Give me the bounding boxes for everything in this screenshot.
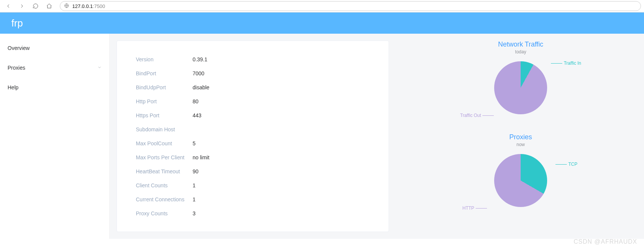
app-header: frp — [0, 12, 644, 34]
site-info-icon[interactable] — [64, 3, 69, 9]
overview-label: Subdomain Host — [136, 126, 193, 132]
overview-row: Client Counts1 — [136, 178, 370, 192]
address-bar[interactable]: 127.0.0.1:7500 — [60, 1, 641, 11]
overview-value: 90 — [193, 168, 199, 174]
overview-row: HeartBeat Timeout90 — [136, 164, 370, 178]
overview-value: 1 — [193, 196, 196, 202]
chart-title: Proxies — [460, 133, 581, 141]
overview-label: HeartBeat Timeout — [136, 168, 193, 174]
overview-label: Version — [136, 56, 193, 62]
overview-row: Http Port80 — [136, 94, 370, 108]
pie-label-traffic-out: Traffic Out — [460, 113, 494, 118]
home-button[interactable] — [44, 1, 54, 11]
overview-label: BindUdpPort — [136, 84, 193, 90]
chart-title: Network Traffic — [460, 40, 581, 48]
overview-row: Version0.39.1 — [136, 52, 370, 66]
overview-value: 443 — [193, 112, 201, 118]
pie-label-traffic-in: Traffic In — [551, 61, 581, 66]
overview-label: Max Ports Per Client — [136, 154, 193, 160]
overview-row: BindPort7000 — [136, 66, 370, 80]
forward-button[interactable] — [17, 1, 27, 11]
sidebar-item-overview[interactable]: Overview — [0, 38, 109, 58]
overview-label: Proxy Counts — [136, 210, 193, 216]
sidebar-item-label: Overview — [8, 45, 30, 51]
sidebar-item-help[interactable]: Help — [0, 78, 109, 97]
chart-proxies: Proxies now TCP HTTP — [460, 133, 581, 215]
reload-button[interactable] — [30, 1, 41, 11]
pie-traffic — [494, 61, 547, 114]
overview-row: Max PoolCount5 — [136, 136, 370, 150]
pie-proxies — [494, 154, 547, 207]
overview-value: 1 — [193, 182, 196, 188]
url-text: 127.0.0.1:7500 — [72, 3, 105, 9]
sidebar-item-label: Help — [8, 84, 19, 90]
overview-row: Subdomain Host — [136, 122, 370, 136]
overview-card: Version0.39.1BindPort7000BindUdpPortdisa… — [117, 40, 389, 232]
chart-subtitle: today — [460, 49, 581, 54]
overview-value: no limit — [193, 154, 209, 160]
overview-label: Max PoolCount — [136, 140, 193, 146]
browser-toolbar: 127.0.0.1:7500 — [0, 0, 644, 12]
overview-value: 5 — [193, 140, 196, 146]
app-title: frp — [11, 17, 23, 29]
sidebar-item-label: Proxies — [8, 65, 25, 71]
overview-row: Current Connections1 — [136, 192, 370, 206]
overview-label: Client Counts — [136, 182, 193, 188]
overview-value: 7000 — [193, 70, 204, 76]
overview-label: Current Connections — [136, 196, 193, 202]
chart-network-traffic: Network Traffic today Traffic In Traffic… — [460, 40, 581, 122]
overview-value: 3 — [193, 210, 196, 216]
chart-subtitle: now — [460, 142, 581, 147]
overview-value: disable — [193, 84, 209, 90]
overview-row: BindUdpPortdisable — [136, 80, 370, 94]
watermark: CSDN @AFRHAUDX — [574, 238, 637, 245]
overview-row: Max Ports Per Clientno limit — [136, 150, 370, 164]
overview-label: Http Port — [136, 98, 193, 104]
overview-row: Proxy Counts3 — [136, 206, 370, 220]
chevron-down-icon — [97, 65, 102, 71]
overview-row: Https Port443 — [136, 108, 370, 122]
overview-label: Https Port — [136, 112, 193, 118]
back-button[interactable] — [3, 1, 14, 11]
pie-label-http: HTTP — [462, 205, 487, 211]
sidebar: Overview Proxies Help — [0, 34, 110, 239]
pie-label-tcp: TCP — [555, 162, 577, 167]
overview-label: BindPort — [136, 70, 193, 76]
overview-value: 0.39.1 — [193, 56, 207, 62]
overview-value: 80 — [193, 98, 199, 104]
sidebar-item-proxies[interactable]: Proxies — [0, 58, 109, 78]
